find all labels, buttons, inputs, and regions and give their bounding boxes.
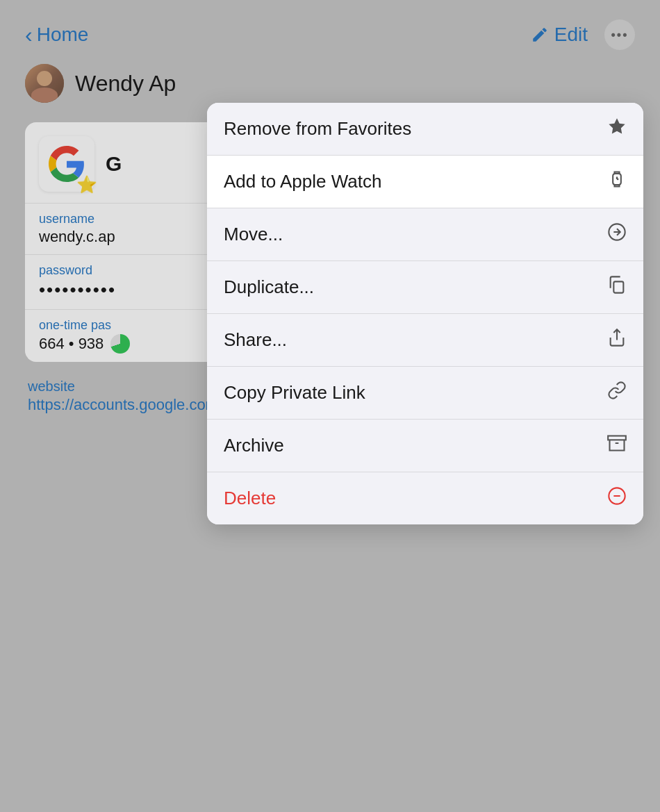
watch-icon	[607, 169, 627, 194]
menu-item-move[interactable]: Move...	[207, 208, 643, 261]
menu-item-label-remove-favorites: Remove from Favorites	[224, 118, 411, 140]
menu-item-share[interactable]: Share...	[207, 314, 643, 367]
delete-icon-svg	[607, 486, 627, 506]
menu-item-label-copy-link: Copy Private Link	[224, 382, 365, 404]
menu-item-label-delete: Delete	[224, 488, 276, 509]
menu-item-add-watch[interactable]: Add to Apple Watch	[207, 156, 643, 208]
minus-circle-icon	[607, 486, 627, 511]
menu-item-label-archive: Archive	[224, 435, 284, 456]
menu-item-label-share: Share...	[224, 329, 287, 351]
link-icon-svg	[607, 381, 627, 400]
star-icon-svg	[607, 117, 627, 136]
move-icon-svg	[607, 222, 627, 242]
menu-item-delete[interactable]: Delete	[207, 472, 643, 524]
menu-item-remove-favorites[interactable]: Remove from Favorites	[207, 103, 643, 156]
star-filled-icon	[607, 117, 627, 141]
share-icon	[607, 328, 627, 352]
menu-item-label-duplicate: Duplicate...	[224, 276, 314, 298]
link-icon	[607, 381, 627, 405]
svg-rect-7	[608, 436, 626, 440]
duplicate-icon-svg	[607, 275, 627, 295]
svg-rect-5	[613, 281, 623, 292]
share-icon-svg	[607, 328, 627, 347]
menu-item-archive[interactable]: Archive	[207, 420, 643, 472]
menu-item-copy-link[interactable]: Copy Private Link	[207, 367, 643, 420]
menu-item-label-add-watch: Add to Apple Watch	[224, 171, 381, 192]
watch-icon-svg	[607, 169, 627, 189]
duplicate-icon	[607, 275, 627, 299]
menu-item-label-move: Move...	[224, 224, 283, 245]
menu-item-duplicate[interactable]: Duplicate...	[207, 261, 643, 314]
dropdown-menu: Remove from Favorites Add to Apple Watch…	[207, 103, 643, 524]
arrow-right-circle-icon	[607, 222, 627, 247]
archive-icon-svg	[607, 433, 627, 453]
archive-icon	[607, 433, 627, 458]
